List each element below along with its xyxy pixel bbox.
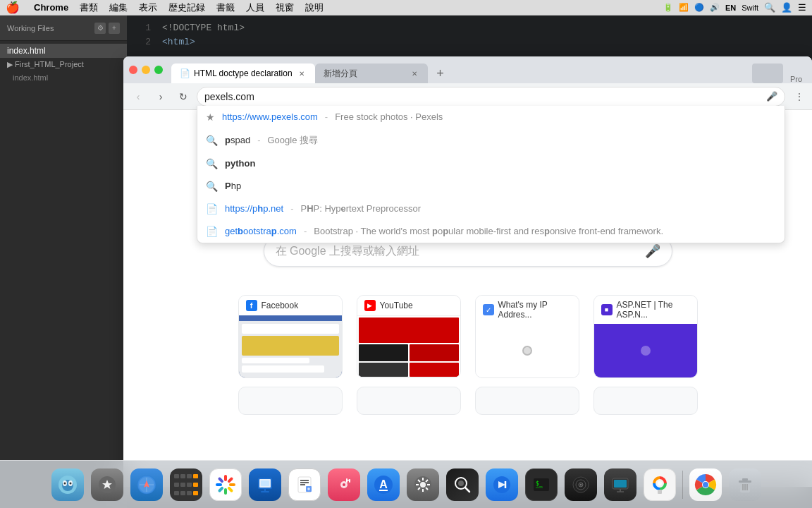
svg-rect-72: [658, 490, 662, 494]
maximize-button[interactable]: [154, 66, 163, 74]
line-number-2: 2: [134, 35, 151, 49]
asp-tile-header: ■ ASP.NET | The ASP.N...: [594, 296, 697, 324]
ip-tile-header: ✓ What's my IP Addres...: [476, 296, 579, 324]
dvd-icon: [565, 468, 597, 501]
file-tree-folder[interactable]: ▶ First_HTML_Project: [0, 58, 127, 71]
svg-rect-21: [217, 476, 223, 483]
menubar-search-icon[interactable]: 🔍: [764, 2, 775, 13]
dock-colorpicker[interactable]: [641, 466, 678, 503]
qa-tile-small-4[interactable]: [593, 387, 698, 415]
dock-chrome-2[interactable]: [687, 466, 724, 503]
dock-screens[interactable]: [602, 466, 639, 503]
dock-textedit[interactable]: [286, 466, 323, 503]
brackets-sidebar: Working Files ⚙ + index.html ▶ First_HTM…: [0, 16, 127, 508]
menubar-app-name[interactable]: Chrome: [34, 2, 68, 13]
menubar-help[interactable]: 說明: [305, 1, 324, 14]
quick-access-whats-ip[interactable]: ✓ What's my IP Addres...: [475, 295, 579, 378]
youtube-favicon: ▶: [364, 300, 376, 311]
dock-safari[interactable]: [128, 466, 165, 503]
quick-access-facebook[interactable]: f Facebook: [238, 295, 343, 378]
close-button[interactable]: [129, 66, 137, 74]
google-mic-icon[interactable]: 🎤: [645, 243, 660, 259]
youtube-tile-header: ▶ YouTube: [357, 296, 460, 315]
dock-system-preferences[interactable]: [405, 466, 441, 503]
autocomplete-item-bootstrap[interactable]: 📄 getbootstrap.com - Bootstrap · The wor…: [197, 220, 785, 243]
dock-xcode[interactable]: [484, 466, 520, 503]
svg-rect-16: [229, 483, 235, 486]
file-tree-item-indexhtml[interactable]: index.html: [0, 71, 127, 84]
svg-point-36: [343, 483, 345, 486]
finder-icon: [51, 468, 84, 501]
qa-tile-small-1[interactable]: [238, 387, 343, 415]
menubar-window[interactable]: 視窗: [276, 1, 294, 14]
autocomplete-item-python[interactable]: 🔍 python: [197, 152, 785, 175]
qa-tile-small-3[interactable]: [475, 387, 579, 415]
dock-photos[interactable]: [207, 466, 244, 503]
autocomplete-item-php-search[interactable]: 🔍 Php: [197, 175, 785, 198]
dock-trash[interactable]: [727, 466, 763, 503]
asp-tile-title: ASP.NET | The ASP.N...: [617, 300, 690, 320]
ip-tile-title: What's my IP Addres...: [498, 300, 572, 320]
menubar-people[interactable]: 人員: [246, 1, 264, 14]
menubar-history[interactable]: 歴史記録: [168, 1, 205, 14]
code-content-2: <html>: [162, 35, 195, 49]
dock-quicklook[interactable]: [444, 466, 481, 503]
apple-menu[interactable]: 🍎: [6, 1, 20, 14]
dock-calculator[interactable]: [168, 466, 204, 503]
dock-terminal[interactable]: $_: [523, 466, 560, 503]
dock-finder[interactable]: [49, 466, 86, 503]
forward-button[interactable]: ›: [152, 87, 170, 106]
new-tab-button[interactable]: +: [431, 64, 450, 83]
svg-point-71: [658, 481, 662, 485]
dock-dvd-player[interactable]: [562, 466, 599, 503]
autocomplete-item-pspad[interactable]: 🔍 pspad - Google 搜尋: [197, 128, 785, 152]
launchpad-icon: [91, 468, 123, 501]
quick-access-aspnet[interactable]: ■ ASP.NET | The ASP.N...: [593, 295, 698, 378]
mic-icon[interactable]: 🎤: [766, 91, 777, 102]
quick-access-row2: [238, 387, 698, 415]
autocomplete-url-phpnet: https://php.net: [225, 203, 283, 214]
svg-point-5: [69, 482, 71, 484]
menubar-view[interactable]: 表示: [139, 1, 157, 14]
autocomplete-item-phpnet[interactable]: 📄 https://php.net - PHP: Hypertext Prepr…: [197, 198, 785, 220]
dock-keynote[interactable]: [247, 466, 283, 503]
tab-title-2: 新增分頁: [324, 68, 357, 80]
sidebar-settings-btn[interactable]: ⚙: [94, 23, 106, 34]
chrome-titlebar: 📄 HTML doctype declaration ✕ 新增分頁 ✕ + Pr…: [123, 56, 812, 83]
chrome-window: 📄 HTML doctype declaration ✕ 新增分頁 ✕ + Pr…: [123, 56, 812, 487]
menubar-sound: 🔊: [710, 3, 720, 12]
autocomplete-item-pexels[interactable]: ★ https://www.pexels.com - Free stock ph…: [197, 106, 785, 128]
svg-rect-37: [346, 478, 347, 483]
google-search-input[interactable]: [276, 245, 638, 258]
qa-tile-small-2[interactable]: [357, 387, 461, 415]
tab-close-2[interactable]: ✕: [410, 68, 419, 78]
youtube-tile-title: YouTube: [380, 301, 413, 310]
menubar-bookmarks[interactable]: 書籤: [216, 1, 235, 14]
dock-appstore[interactable]: A: [365, 466, 402, 503]
svg-rect-15: [227, 476, 233, 483]
menubar-menu-icon[interactable]: ☰: [798, 2, 806, 13]
reload-button[interactable]: ↻: [174, 87, 192, 106]
menubar-file[interactable]: 書類: [80, 1, 98, 14]
sidebar-add-btn[interactable]: +: [109, 23, 120, 34]
address-input[interactable]: [204, 91, 762, 102]
menubar-edit[interactable]: 編集: [109, 1, 128, 14]
quicklook-icon: [446, 468, 479, 501]
dock-itunes[interactable]: [326, 466, 362, 503]
chrome-extensions: ⋮: [792, 90, 806, 104]
tab-close-1[interactable]: ✕: [297, 68, 307, 78]
page-icon-2: 📄: [206, 226, 218, 237]
autocomplete-desc-bootstrap: Bootstrap · The world's most popular mob…: [314, 226, 663, 236]
file-tree-item-index[interactable]: index.html: [0, 44, 127, 58]
dock-launchpad[interactable]: [89, 466, 125, 503]
ext-icon-1[interactable]: ⋮: [792, 90, 806, 104]
minimize-button[interactable]: [142, 66, 150, 74]
tab-new[interactable]: 新增分頁 ✕: [315, 64, 428, 83]
page-icon-1: 📄: [206, 203, 218, 214]
tab-html-doctype[interactable]: 📄 HTML doctype declaration ✕: [171, 64, 315, 83]
address-bar[interactable]: 🎤 ★ https://www.pexels.com - Free stock …: [197, 87, 785, 107]
menubar-user-icon[interactable]: 👤: [781, 2, 792, 13]
back-button[interactable]: ‹: [129, 87, 147, 106]
xcode-icon: [486, 468, 518, 501]
quick-access-youtube[interactable]: ▶ YouTube: [357, 295, 461, 378]
